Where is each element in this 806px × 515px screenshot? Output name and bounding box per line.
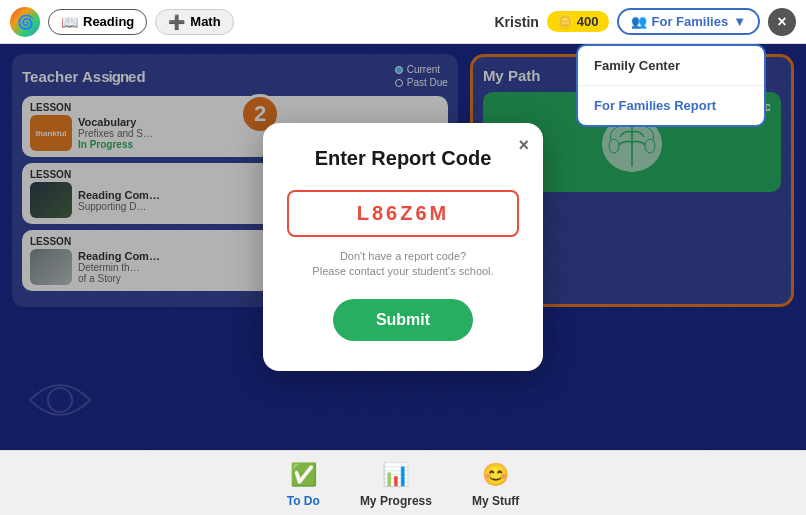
report-code-modal: × Enter Report Code Don't have a report … — [263, 123, 543, 372]
coin-badge: 🪙 400 — [547, 11, 609, 32]
modal-close-icon: × — [518, 135, 529, 155]
coin-icon: 🪙 — [557, 14, 573, 29]
modal-close-button[interactable]: × — [518, 135, 529, 156]
progress-label: My Progress — [360, 494, 432, 508]
submit-label: Submit — [376, 311, 430, 328]
submit-button[interactable]: Submit — [333, 299, 473, 341]
math-label: Math — [190, 14, 220, 29]
families-icon: 👥 — [631, 14, 647, 29]
todo-nav-item[interactable]: ✅ To Do — [287, 459, 320, 508]
modal-hint-line1: Don't have a report code? — [340, 250, 466, 262]
dropdown-item-family-center[interactable]: Family Center — [578, 46, 764, 86]
families-dropdown: Family Center For Families Report — [576, 44, 766, 127]
user-name: Kristin — [495, 14, 539, 30]
dropdown-arrow-icon: ▼ — [733, 14, 746, 29]
todo-icon: ✅ — [287, 459, 319, 491]
bottom-nav: ✅ To Do 📊 My Progress 😊 My Stuff — [0, 450, 806, 515]
stuff-icon: 😊 — [480, 459, 512, 491]
dropdown-item-families-report[interactable]: For Families Report — [578, 86, 764, 125]
math-icon: ➕ — [168, 14, 185, 30]
math-nav-button[interactable]: ➕ Math — [155, 9, 233, 35]
my-stuff-nav-item[interactable]: 😊 My Stuff — [472, 459, 519, 508]
app-header: 🌀 📖 Reading ➕ Math Kristin 🪙 400 👥 For F… — [0, 0, 806, 44]
modal-hint: Don't have a report code? Please contact… — [287, 249, 519, 280]
report-code-input[interactable] — [287, 190, 519, 237]
reading-label: Reading — [83, 14, 134, 29]
todo-label: To Do — [287, 494, 320, 508]
progress-icon: 📊 — [380, 459, 412, 491]
app-logo: 🌀 — [10, 7, 40, 37]
for-families-button[interactable]: 👥 For Families ▼ — [617, 8, 760, 35]
reading-icon: 📖 — [61, 14, 78, 30]
modal-hint-line2: Please contact your student's school. — [312, 265, 493, 277]
for-families-label: For Families — [652, 14, 729, 29]
stuff-label: My Stuff — [472, 494, 519, 508]
close-button[interactable]: × — [768, 8, 796, 36]
close-icon: × — [777, 13, 786, 31]
reading-nav-button[interactable]: 📖 Reading — [48, 9, 147, 35]
my-progress-nav-item[interactable]: 📊 My Progress — [360, 459, 432, 508]
coin-count: 400 — [577, 14, 599, 29]
modal-title: Enter Report Code — [287, 147, 519, 170]
